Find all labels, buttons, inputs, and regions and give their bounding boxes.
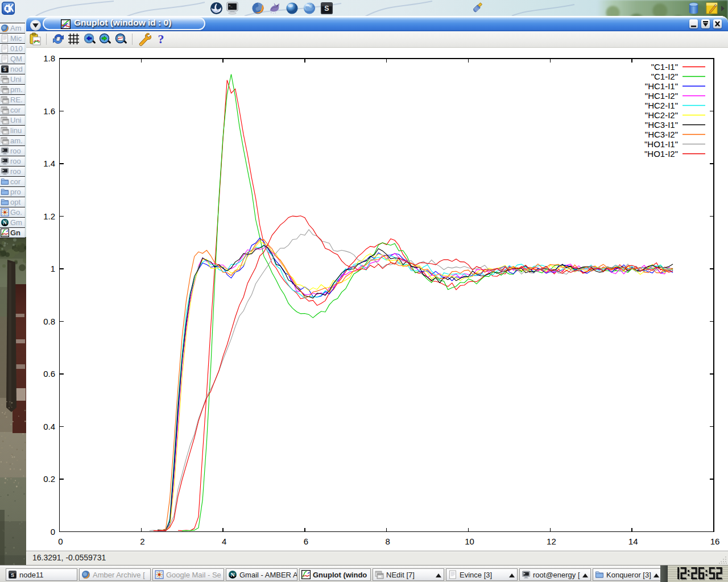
svg-text:2: 2 <box>140 537 144 546</box>
svg-text:10: 10 <box>465 537 474 546</box>
svg-text:8: 8 <box>386 537 390 546</box>
svg-text:"C1-I2": "C1-I2" <box>651 72 678 81</box>
svg-text:0.2: 0.2 <box>43 474 55 484</box>
svg-text:"HO1-I2": "HO1-I2" <box>644 149 678 159</box>
svg-text:0: 0 <box>51 527 55 537</box>
svg-text:"HC2-I1": "HC2-I1" <box>645 101 678 110</box>
svg-text:0.6: 0.6 <box>43 369 55 379</box>
svg-text:1: 1 <box>51 264 55 273</box>
svg-text:"HC3-I2": "HC3-I2" <box>645 130 678 139</box>
svg-text:14: 14 <box>628 537 638 546</box>
svg-text:1.6: 1.6 <box>43 106 55 116</box>
svg-text:"HC2-I2": "HC2-I2" <box>645 110 678 120</box>
svg-text:"HC3-I1": "HC3-I1" <box>645 120 678 130</box>
svg-text:1.2: 1.2 <box>43 211 55 221</box>
svg-text:S: S <box>11 572 14 578</box>
svg-text:0: 0 <box>58 537 63 546</box>
svg-text:"C1-I1": "C1-I1" <box>651 62 678 72</box>
svg-text:4: 4 <box>222 537 226 546</box>
svg-text:"HC1-I2": "HC1-I2" <box>645 91 678 101</box>
svg-text:6: 6 <box>304 537 308 546</box>
svg-text:1.4: 1.4 <box>43 159 55 168</box>
svg-text:S: S <box>324 5 329 13</box>
svg-text:N: N <box>3 220 7 226</box>
svg-text:16: 16 <box>710 537 720 546</box>
svg-text:"HO1-I1": "HO1-I1" <box>644 139 678 149</box>
svg-text:>_: >_ <box>229 4 233 8</box>
svg-text:0.8: 0.8 <box>43 317 55 326</box>
svg-text:"HC1-I1": "HC1-I1" <box>645 81 678 91</box>
svg-text:12: 12 <box>547 537 556 546</box>
svg-text:N: N <box>230 572 235 578</box>
svg-text:S: S <box>3 66 7 72</box>
svg-text:1.8: 1.8 <box>43 53 55 63</box>
svg-text:?: ? <box>158 32 164 46</box>
svg-text:0.4: 0.4 <box>43 422 55 431</box>
